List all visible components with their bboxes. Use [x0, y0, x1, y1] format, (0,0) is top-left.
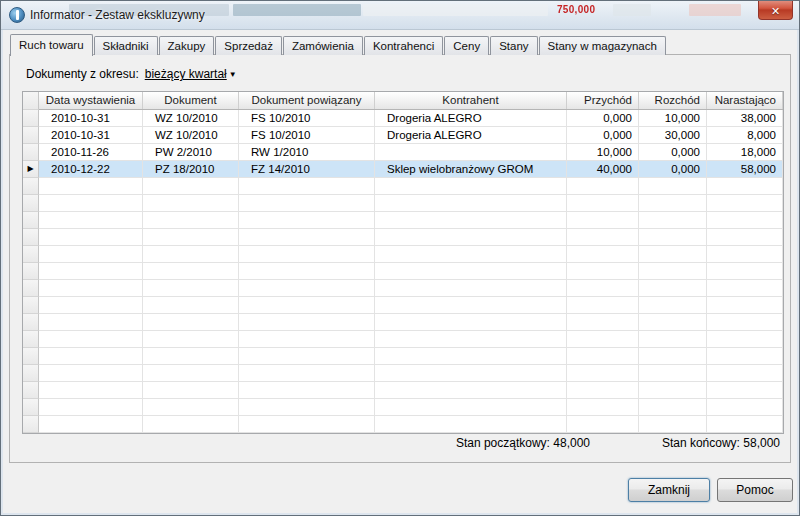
cell-contractor — [375, 331, 567, 348]
cell-doc — [143, 280, 239, 297]
cell-income — [567, 365, 639, 382]
column-header-contractor[interactable]: Kontrahent — [375, 92, 567, 109]
cell-date — [39, 399, 143, 416]
cell-contractor — [375, 178, 567, 195]
cell-income: 0,000 — [567, 127, 639, 144]
tab-stany-w-magazynach[interactable]: Stany w magazynach — [539, 36, 666, 55]
cell-date: 2010-11-26 — [39, 144, 143, 161]
cell-cumulative: 18,000 — [707, 144, 783, 161]
column-header-linked[interactable]: Dokument powiązany — [239, 92, 375, 109]
cell-linked — [239, 195, 375, 212]
table-row[interactable]: ▶2010-12-22PZ 18/2010FZ 14/2010Sklep wie… — [23, 161, 783, 178]
cell-outcome — [639, 399, 707, 416]
help-button[interactable]: Pomoc — [717, 478, 793, 502]
table-row-empty[interactable] — [23, 280, 783, 297]
table-row-empty[interactable] — [23, 212, 783, 229]
row-selector-cell — [23, 212, 39, 229]
table-row-empty[interactable] — [23, 263, 783, 280]
row-selector-cell — [23, 331, 39, 348]
cell-doc — [143, 212, 239, 229]
cell-outcome — [639, 297, 707, 314]
cell-cumulative — [707, 280, 783, 297]
tab-ruch-towaru[interactable]: Ruch towaru — [10, 34, 93, 56]
cell-contractor — [375, 382, 567, 399]
titlebar[interactable]: 750,000 Informator - Zestaw ekskluzywny … — [1, 1, 799, 30]
close-button[interactable]: ✕ — [758, 1, 793, 20]
closing-balance-label: Stan końcowy: — [662, 436, 740, 450]
cell-contractor — [375, 399, 567, 416]
glass-reflection-block — [363, 4, 548, 16]
table-row[interactable]: 2010-10-31WZ 10/2010FS 10/2010Drogeria A… — [23, 110, 783, 127]
cell-doc — [143, 348, 239, 365]
cell-outcome — [639, 229, 707, 246]
table-row-empty[interactable] — [23, 365, 783, 382]
cell-cumulative — [707, 331, 783, 348]
row-selector-cell — [23, 297, 39, 314]
cell-date — [39, 195, 143, 212]
column-header-date[interactable]: Data wystawienia — [39, 92, 143, 109]
table-row-empty[interactable] — [23, 297, 783, 314]
cell-doc — [143, 314, 239, 331]
closing-balance-value: 58,000 — [743, 436, 780, 450]
cell-linked: FZ 14/2010 — [239, 161, 375, 178]
tab-sprzedaż[interactable]: Sprzedaż — [215, 36, 282, 55]
cell-doc — [143, 178, 239, 195]
column-header-doc[interactable]: Dokument — [143, 92, 239, 109]
cell-doc — [143, 263, 239, 280]
current-row-indicator-icon: ▶ — [23, 161, 39, 178]
tab-strip: Ruch towaruSkładnikiZakupySprzedażZamówi… — [10, 34, 667, 55]
tab-składniki[interactable]: Składniki — [94, 36, 158, 55]
table-row-empty[interactable] — [23, 416, 783, 433]
row-selector-cell — [23, 263, 39, 280]
cell-linked — [239, 280, 375, 297]
cell-linked — [239, 348, 375, 365]
cell-cumulative — [707, 263, 783, 280]
close-icon: ✕ — [771, 5, 780, 17]
period-dropdown[interactable]: bieżący kwartał▼ — [145, 67, 237, 81]
tab-kontrahenci[interactable]: Kontrahenci — [364, 36, 443, 55]
cell-outcome — [639, 212, 707, 229]
tab-stany[interactable]: Stany — [490, 36, 537, 55]
cell-income — [567, 178, 639, 195]
documents-grid: Data wystawieniaDokumentDokument powiąza… — [22, 91, 784, 434]
table-row-empty[interactable] — [23, 314, 783, 331]
window-icon — [9, 7, 25, 23]
close-dialog-button[interactable]: Zamknij — [628, 478, 710, 502]
cell-income: 0,000 — [567, 110, 639, 127]
cell-income — [567, 382, 639, 399]
table-row-empty[interactable] — [23, 382, 783, 399]
column-header-cumulative[interactable]: Narastająco — [707, 92, 783, 109]
table-row-empty[interactable] — [23, 348, 783, 365]
cell-linked: FS 10/2010 — [239, 127, 375, 144]
cell-income: 10,000 — [567, 144, 639, 161]
table-row-empty[interactable] — [23, 399, 783, 416]
cell-outcome — [639, 331, 707, 348]
column-header-outcome[interactable]: Rozchód — [639, 92, 707, 109]
cell-doc — [143, 246, 239, 263]
column-header-income[interactable]: Przychód — [567, 92, 639, 109]
cell-cumulative — [707, 314, 783, 331]
cell-doc — [143, 365, 239, 382]
cell-outcome — [639, 416, 707, 433]
cell-date: 2010-12-22 — [39, 161, 143, 178]
table-row-empty[interactable] — [23, 331, 783, 348]
table-row[interactable]: 2010-10-31WZ 10/2010FS 10/2010Drogeria A… — [23, 127, 783, 144]
tab-ceny[interactable]: Ceny — [444, 36, 489, 55]
row-selector-cell — [23, 195, 39, 212]
row-selector-cell — [23, 399, 39, 416]
table-row[interactable]: 2010-11-26PW 2/2010RW 1/201010,0000,0001… — [23, 144, 783, 161]
cell-outcome — [639, 246, 707, 263]
cell-cumulative — [707, 297, 783, 314]
cell-cumulative — [707, 229, 783, 246]
tab-zakupy[interactable]: Zakupy — [159, 36, 215, 55]
cell-cumulative — [707, 212, 783, 229]
cell-linked — [239, 229, 375, 246]
table-row-empty[interactable] — [23, 195, 783, 212]
cell-income — [567, 416, 639, 433]
dropdown-caret-icon: ▼ — [229, 70, 237, 79]
table-row-empty[interactable] — [23, 178, 783, 195]
window-icon-glyph — [16, 10, 19, 20]
tab-zamówienia[interactable]: Zamówienia — [283, 36, 363, 55]
table-row-empty[interactable] — [23, 229, 783, 246]
table-row-empty[interactable] — [23, 246, 783, 263]
